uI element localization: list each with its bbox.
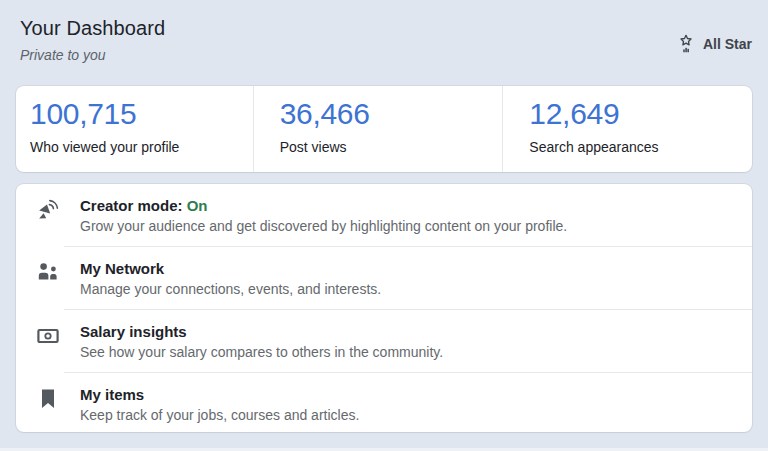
list-item-my-items[interactable]: My items Keep track of your jobs, course…	[16, 373, 752, 432]
page-title: Your Dashboard	[20, 17, 165, 40]
all-star-icon	[676, 33, 696, 55]
stat-value: 36,466	[280, 97, 487, 131]
row-text: My items Keep track of your jobs, course…	[80, 386, 359, 423]
stats-card: 100,715 Who viewed your profile 36,466 P…	[16, 86, 752, 172]
stat-label: Post views	[280, 139, 487, 155]
list-item-salary-insights[interactable]: Salary insights See how your salary comp…	[16, 310, 752, 372]
people-icon	[16, 260, 80, 285]
stat-profile-views[interactable]: 100,715 Who viewed your profile	[16, 86, 253, 172]
row-title: My items	[80, 386, 359, 403]
row-title: Salary insights	[80, 323, 443, 340]
row-text: My Network Manage your connections, even…	[80, 260, 381, 297]
stat-post-views[interactable]: 36,466 Post views	[253, 86, 503, 172]
stat-value: 12,649	[529, 97, 736, 131]
row-description: See how your salary compares to others i…	[80, 344, 443, 360]
row-description: Keep track of your jobs, courses and art…	[80, 407, 359, 423]
list-item-my-network[interactable]: My Network Manage your connections, even…	[16, 247, 752, 309]
list-item-creator-mode[interactable]: Creator mode: On Grow your audience and …	[16, 184, 752, 246]
row-text: Salary insights See how your salary comp…	[80, 323, 443, 360]
all-star-badge[interactable]: All Star	[676, 33, 752, 55]
row-title: Creator mode: On	[80, 197, 567, 214]
dashboard-list-card: Creator mode: On Grow your audience and …	[16, 184, 752, 432]
row-title-text: Creator mode:	[80, 197, 183, 214]
row-title: My Network	[80, 260, 381, 277]
all-star-label: All Star	[703, 36, 752, 52]
row-description: Grow your audience and get discovered by…	[80, 218, 567, 234]
banknote-icon	[16, 323, 80, 348]
row-description: Manage your connections, events, and int…	[80, 281, 381, 297]
stat-search-appearances[interactable]: 12,649 Search appearances	[502, 86, 752, 172]
bookmark-icon	[16, 386, 80, 411]
stat-value: 100,715	[30, 97, 237, 131]
row-text: Creator mode: On Grow your audience and …	[80, 197, 567, 234]
stat-label: Who viewed your profile	[30, 139, 237, 155]
dashboard-header: Your Dashboard Private to you	[20, 17, 165, 63]
page-subtitle: Private to you	[20, 47, 165, 63]
broadcast-icon	[16, 197, 80, 222]
stat-label: Search appearances	[529, 139, 736, 155]
creator-mode-status: On	[187, 197, 208, 214]
